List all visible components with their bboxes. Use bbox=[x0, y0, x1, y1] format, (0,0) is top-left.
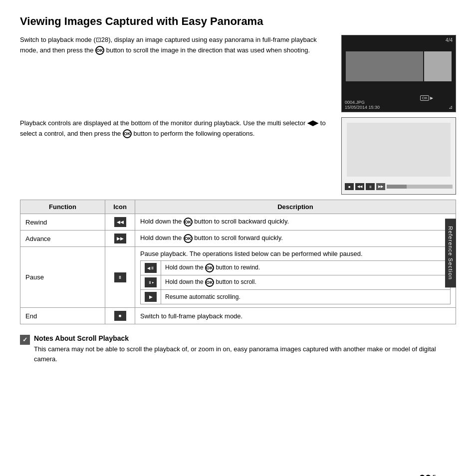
sub-rewind-icon: ◀⏸ bbox=[141, 261, 161, 275]
sub-resume-icon-box: ▶ bbox=[145, 292, 157, 302]
ctrl-stop: ■ bbox=[345, 183, 354, 190]
sub-rewind-icon-box: ◀⏸ bbox=[145, 263, 157, 273]
table-row: ◀⏸ Hold down the OK button to rewind. bbox=[141, 261, 451, 275]
camera1-datetime: 15/05/2014 15:30 bbox=[345, 105, 380, 110]
table-row: Advance ▶▶ Hold down the OK button to sc… bbox=[20, 231, 456, 247]
notes-content: Notes About Scroll Playback This camera … bbox=[34, 334, 456, 364]
ok-button-inline: OK bbox=[95, 46, 104, 55]
second-para-1: Playback controls are displayed at the b… bbox=[20, 119, 305, 127]
ok-icon-sub-scroll: OK bbox=[205, 278, 214, 287]
page-num-value: 5 bbox=[433, 474, 436, 476]
progress-bar bbox=[387, 185, 453, 189]
func-advance-name: Advance bbox=[20, 231, 105, 247]
page-icon: ⬤⬤ bbox=[419, 474, 431, 476]
second-section: Playback controls are displayed at the b… bbox=[20, 117, 456, 195]
sub-resume-icon: ▶ bbox=[141, 290, 161, 304]
func-advance-icon: ▶▶ bbox=[105, 231, 135, 247]
ok-button-inline-2: OK bbox=[123, 129, 132, 138]
function-table: Function Icon Description Rewind ◀◀ Hold… bbox=[20, 200, 456, 324]
arrow-right-indicator: ▶ bbox=[430, 96, 433, 100]
ctrl-rewind: ◀◀ bbox=[355, 183, 364, 190]
func-pause-name: Pause bbox=[20, 247, 105, 308]
second-para-3: button to perform the following operatio… bbox=[134, 130, 255, 137]
multi-selector-arrows: ◀▶ bbox=[307, 119, 320, 127]
camera1-filename: 0004.JPG bbox=[345, 100, 365, 105]
page-wrapper: Reference Section Viewing Images Capture… bbox=[20, 15, 456, 476]
func-end-desc: Switch to full-frame playback mode. bbox=[135, 308, 456, 324]
col-function: Function bbox=[20, 200, 105, 214]
ok-indicator: OK bbox=[420, 95, 429, 101]
progress-fill bbox=[387, 185, 407, 189]
camera-screen-1-container: 4/4 OK ▶ 0004.JPG 15/05/2014 15:30 ⊿ bbox=[341, 35, 456, 112]
second-text-area: Playback controls are displayed at the b… bbox=[20, 117, 331, 195]
func-advance-desc: Hold down the OK button to scroll forwar… bbox=[135, 231, 456, 247]
notes-section: ✓ Notes About Scroll Playback This camer… bbox=[20, 334, 456, 364]
camera-screen-2-container: ■ ◀◀ ⏸ ▶▶ bbox=[341, 117, 456, 195]
camera2-content bbox=[347, 123, 451, 177]
pause-icon-box: ⏸ bbox=[114, 272, 126, 282]
col-description: Description bbox=[135, 200, 456, 214]
camera-screen-1: 4/4 OK ▶ 0004.JPG 15/05/2014 15:30 ⊿ bbox=[341, 35, 456, 112]
ctrl-forward: ▶▶ bbox=[376, 183, 385, 190]
ref-tab-label: Reference Section bbox=[448, 226, 454, 280]
reference-section-tab: Reference Section bbox=[445, 219, 456, 287]
table-row: ⏸▶ Hold down the OK button to scroll. bbox=[141, 275, 451, 290]
ok-icon-sub-rewind: OK bbox=[205, 263, 214, 272]
camera1-bottom-right: ⊿ bbox=[449, 104, 453, 110]
sub-scroll-desc: Hold down the OK button to scroll. bbox=[161, 275, 451, 290]
sub-scroll-icon-box: ⏸▶ bbox=[145, 277, 157, 287]
camera-screen-2: ■ ◀◀ ⏸ ▶▶ bbox=[341, 117, 456, 195]
second-paragraph: Playback controls are displayed at the b… bbox=[20, 117, 331, 139]
sub-resume-desc: Resume automatic scrolling. bbox=[161, 290, 451, 304]
func-pause-desc: Pause playback. The operations listed be… bbox=[135, 247, 456, 308]
pause-sub-table: ◀⏸ Hold down the OK button to rewind. ⏸▶ bbox=[140, 260, 451, 304]
func-end-icon: ■ bbox=[105, 308, 135, 324]
playback-controls: ■ ◀◀ ⏸ ▶▶ bbox=[345, 183, 453, 190]
table-row: ▶ Resume automatic scrolling. bbox=[141, 290, 451, 304]
rewind-icon-box: ◀◀ bbox=[114, 217, 126, 227]
func-rewind-name: Rewind bbox=[20, 214, 105, 231]
col-icon: Icon bbox=[105, 200, 135, 214]
func-pause-icon: ⏸ bbox=[105, 247, 135, 308]
func-rewind-icon: ◀◀ bbox=[105, 214, 135, 231]
notes-title: Notes About Scroll Playback bbox=[34, 334, 456, 342]
intro-text-2: button to scroll the image in the direct… bbox=[106, 46, 310, 54]
table-row: Pause ⏸ Pause playback. The operations l… bbox=[20, 247, 456, 308]
page-title: Viewing Images Captured with Easy Panora… bbox=[20, 15, 456, 28]
page-number: ⬤⬤ 5 bbox=[419, 474, 436, 476]
notes-checkmark-icon: ✓ bbox=[20, 335, 30, 345]
table-row: Rewind ◀◀ Hold down the OK button to scr… bbox=[20, 214, 456, 231]
table-row: End ■ Switch to full-frame playback mode… bbox=[20, 308, 456, 324]
pause-desc-top: Pause playback. The operations listed be… bbox=[140, 250, 363, 257]
ok-icon-rewind: OK bbox=[184, 218, 193, 227]
top-section: Switch to playback mode (⊡28), display a… bbox=[20, 35, 456, 112]
ctrl-pause: ⏸ bbox=[366, 183, 375, 190]
end-icon-box: ■ bbox=[114, 311, 126, 321]
camera1-bottom-info: 0004.JPG 15/05/2014 15:30 bbox=[345, 100, 380, 110]
func-end-name: End bbox=[20, 308, 105, 324]
ok-icon-advance: OK bbox=[184, 234, 193, 243]
notes-text: This camera may not be able to scroll th… bbox=[34, 344, 456, 364]
sub-scroll-icon: ⏸▶ bbox=[141, 275, 161, 290]
intro-paragraph: Switch to playback mode (⊡28), display a… bbox=[20, 35, 331, 56]
func-rewind-desc: Hold down the OK button to scroll backwa… bbox=[135, 214, 456, 231]
sub-rewind-desc: Hold down the OK button to rewind. bbox=[161, 261, 451, 275]
intro-text-area: Switch to playback mode (⊡28), display a… bbox=[20, 35, 331, 112]
table-header-row: Function Icon Description bbox=[20, 200, 456, 214]
advance-icon-box: ▶▶ bbox=[114, 234, 126, 243]
